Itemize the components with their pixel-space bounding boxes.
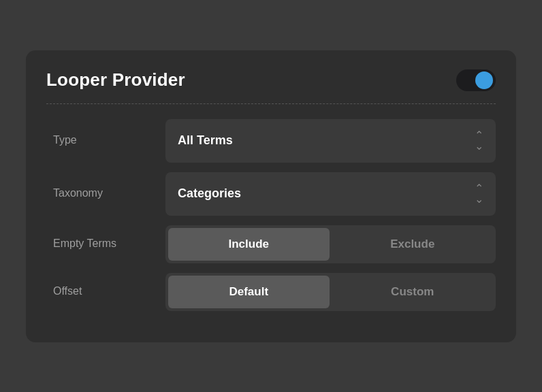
empty-terms-include-button[interactable]: Include <box>168 228 330 261</box>
enable-toggle[interactable] <box>456 69 496 91</box>
empty-terms-exclude-button[interactable]: Exclude <box>332 228 494 261</box>
type-control: All Terms ⌃⌄ <box>165 119 496 163</box>
type-select[interactable]: All Terms ⌃⌄ <box>165 119 496 163</box>
offset-custom-button[interactable]: Custom <box>332 276 494 308</box>
offset-segment-group: Default Custom <box>165 273 496 311</box>
panel-title: Looper Provider <box>46 69 185 91</box>
taxonomy-select[interactable]: Categories ⌃⌄ <box>165 172 496 216</box>
empty-terms-label: Empty Terms <box>46 237 165 251</box>
type-select-arrows-icon: ⌃⌄ <box>475 130 483 152</box>
offset-control: Default Custom <box>165 273 496 311</box>
taxonomy-select-arrows-icon: ⌃⌄ <box>475 183 483 205</box>
taxonomy-row: Taxonomy Categories ⌃⌄ <box>46 172 496 216</box>
empty-terms-row: Empty Terms Include Exclude <box>46 225 496 263</box>
main-panel: Looper Provider Type All Terms ⌃⌄ Taxono… <box>26 50 516 342</box>
toggle-knob <box>475 71 493 89</box>
empty-terms-control: Include Exclude <box>165 225 496 263</box>
type-row: Type All Terms ⌃⌄ <box>46 119 496 163</box>
offset-default-button[interactable]: Default <box>168 276 330 308</box>
offset-row: Offset Default Custom <box>46 273 496 311</box>
empty-terms-segment-group: Include Exclude <box>165 225 496 263</box>
panel-header: Looper Provider <box>46 69 496 104</box>
offset-label: Offset <box>46 284 165 299</box>
taxonomy-label: Taxonomy <box>46 186 165 201</box>
taxonomy-select-value: Categories <box>178 186 241 201</box>
taxonomy-control: Categories ⌃⌄ <box>165 172 496 216</box>
type-select-value: All Terms <box>178 133 233 148</box>
type-label: Type <box>46 133 165 148</box>
